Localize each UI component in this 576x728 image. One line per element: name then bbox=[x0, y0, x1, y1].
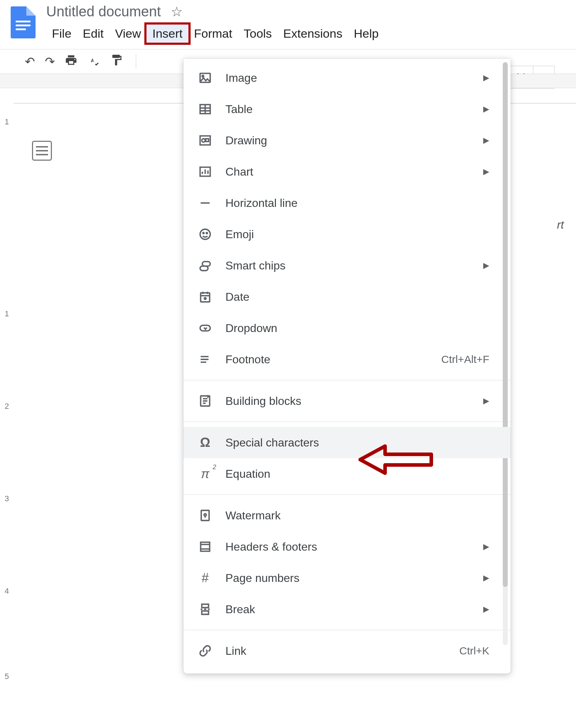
outline-icon[interactable] bbox=[32, 141, 52, 161]
image-icon bbox=[198, 70, 213, 85]
keyboard-shortcut: Ctrl+K bbox=[459, 645, 489, 657]
svg-point-13 bbox=[204, 298, 206, 299]
menu-item-link[interactable]: Link Ctrl+K bbox=[183, 635, 511, 667]
menu-item-watermark[interactable]: Watermark bbox=[183, 500, 511, 531]
menu-tools[interactable]: Tools bbox=[238, 25, 277, 43]
insert-menu: Image ▶ Table ▶ Drawing ▶ Chart ▶ Horizo… bbox=[183, 59, 511, 674]
keyboard-shortcut: Ctrl+Alt+F bbox=[441, 353, 489, 365]
menu-separator bbox=[183, 422, 511, 422]
menu-item-label: Footnote bbox=[225, 353, 428, 366]
menu-item-emoji[interactable]: Emoji bbox=[183, 219, 511, 250]
menu-item-building-blocks[interactable]: Building blocks ▶ bbox=[183, 385, 511, 417]
menu-edit[interactable]: Edit bbox=[77, 25, 110, 43]
chevron-right-icon: ▶ bbox=[483, 73, 489, 82]
menu-item-label: Date bbox=[225, 290, 489, 304]
svg-point-1 bbox=[202, 75, 204, 77]
menu-item-label: Dropdown bbox=[225, 322, 489, 335]
smart-chips-icon bbox=[198, 258, 213, 273]
omega-icon: Ω bbox=[198, 435, 213, 450]
document-title[interactable]: Untitled document bbox=[46, 4, 161, 20]
menu-item-break[interactable]: Break ▶ bbox=[183, 594, 511, 625]
menu-item-image[interactable]: Image ▶ bbox=[183, 62, 511, 93]
equation-icon: π2 bbox=[198, 466, 213, 481]
toolbar-separator bbox=[136, 54, 136, 69]
menu-item-label: Emoji bbox=[225, 228, 489, 241]
link-icon bbox=[198, 643, 213, 658]
menu-item-label: Chart bbox=[225, 165, 470, 178]
menu-item-drawing[interactable]: Drawing ▶ bbox=[183, 125, 511, 156]
menu-item-label: Building blocks bbox=[225, 395, 470, 408]
menu-file[interactable]: File bbox=[46, 25, 77, 43]
menu-item-label: Horizontal line bbox=[225, 197, 489, 210]
svg-point-4 bbox=[202, 139, 206, 142]
svg-rect-18 bbox=[201, 542, 209, 551]
menu-item-label: Equation bbox=[225, 467, 489, 481]
docs-logo[interactable] bbox=[11, 6, 36, 38]
menu-item-label: Watermark bbox=[225, 509, 489, 522]
menu-format[interactable]: Format bbox=[188, 25, 238, 43]
chevron-right-icon: ▶ bbox=[483, 261, 489, 270]
menu-item-table[interactable]: Table ▶ bbox=[183, 93, 511, 125]
menu-separator bbox=[183, 380, 511, 380]
ruler-tick: 4 bbox=[3, 587, 11, 596]
menu-separator bbox=[183, 630, 511, 630]
ruler-tick: 3 bbox=[3, 494, 11, 503]
table-icon bbox=[198, 102, 213, 117]
menu-extensions[interactable]: Extensions bbox=[278, 25, 348, 43]
chevron-right-icon: ▶ bbox=[483, 105, 489, 114]
menu-item-label: Link bbox=[225, 644, 447, 658]
menu-item-label: Image bbox=[225, 71, 470, 85]
dropdown-icon bbox=[198, 321, 213, 336]
chevron-right-icon: ▶ bbox=[483, 542, 489, 551]
menu-help[interactable]: Help bbox=[348, 25, 384, 43]
svg-rect-11 bbox=[200, 266, 208, 271]
menu-item-chart[interactable]: Chart ▶ bbox=[183, 156, 511, 187]
menu-item-label: Drawing bbox=[225, 134, 470, 147]
svg-point-9 bbox=[206, 232, 207, 234]
star-icon[interactable]: ☆ bbox=[171, 4, 183, 20]
menu-view[interactable]: View bbox=[109, 25, 146, 43]
chevron-right-icon: ▶ bbox=[483, 396, 489, 406]
background-text: rt bbox=[557, 218, 564, 231]
svg-rect-5 bbox=[206, 139, 209, 141]
menu-item-headers-footers[interactable]: Headers & footers ▶ bbox=[183, 531, 511, 562]
ruler-tick: 1 bbox=[3, 117, 11, 127]
drawing-icon bbox=[198, 133, 213, 148]
page-break-icon bbox=[198, 602, 213, 617]
menu-item-equation[interactable]: π2 Equation bbox=[183, 458, 511, 489]
paint-format-icon[interactable] bbox=[110, 54, 123, 69]
menu-item-date[interactable]: Date bbox=[183, 281, 511, 312]
menu-item-page-numbers[interactable]: # Page numbers ▶ bbox=[183, 562, 511, 594]
svg-point-8 bbox=[203, 232, 204, 234]
chevron-right-icon: ▶ bbox=[483, 605, 489, 614]
print-icon[interactable] bbox=[65, 54, 78, 69]
chevron-right-icon: ▶ bbox=[483, 167, 489, 176]
redo-icon[interactable]: ↷ bbox=[45, 54, 55, 69]
svg-point-7 bbox=[200, 229, 210, 240]
menu-item-label: Page numbers bbox=[225, 572, 470, 585]
menu-separator bbox=[183, 494, 511, 495]
menu-item-footnote[interactable]: Footnote Ctrl+Alt+F bbox=[183, 344, 511, 375]
menu-item-label: Table bbox=[225, 103, 470, 116]
chevron-right-icon: ▶ bbox=[483, 573, 489, 583]
headers-footers-icon bbox=[198, 539, 213, 554]
chevron-right-icon: ▶ bbox=[483, 136, 489, 145]
menu-item-special-characters[interactable]: Ω Special characters bbox=[183, 427, 511, 458]
undo-icon[interactable]: ↶ bbox=[25, 54, 35, 69]
spellcheck-icon[interactable] bbox=[87, 54, 100, 69]
menu-item-dropdown[interactable]: Dropdown bbox=[183, 312, 511, 344]
emoji-icon bbox=[198, 227, 213, 242]
menu-item-smart-chips[interactable]: Smart chips ▶ bbox=[183, 250, 511, 281]
menu-item-horizontal-line[interactable]: Horizontal line bbox=[183, 187, 511, 219]
calendar-icon bbox=[198, 289, 213, 304]
ruler-tick: 2 bbox=[3, 402, 11, 411]
menu-insert[interactable]: Insert bbox=[146, 25, 188, 43]
chart-icon bbox=[198, 164, 213, 179]
horizontal-line-icon bbox=[198, 196, 213, 210]
building-blocks-icon bbox=[198, 394, 213, 408]
menu-item-label: Smart chips bbox=[225, 259, 470, 272]
vertical-ruler[interactable]: 1 1 2 3 4 5 bbox=[0, 103, 14, 728]
svg-point-17 bbox=[204, 514, 206, 516]
hash-icon: # bbox=[198, 571, 213, 585]
footnote-icon bbox=[198, 352, 213, 367]
